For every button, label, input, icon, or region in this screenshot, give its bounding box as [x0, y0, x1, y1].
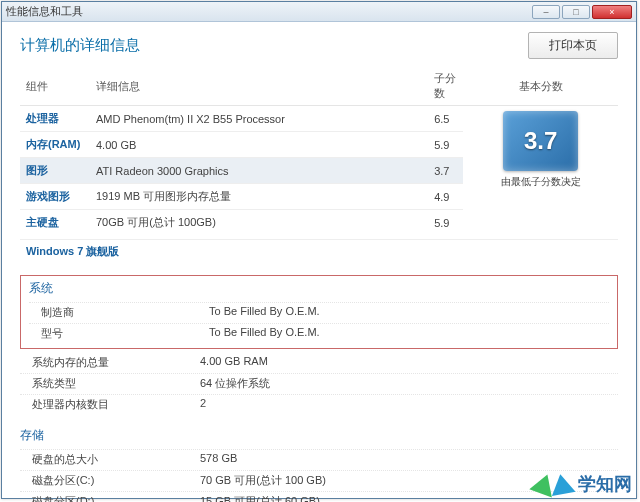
kv-val: 4.00 GB RAM: [200, 355, 618, 370]
kv-key: 型号: [29, 326, 209, 341]
system-section: 系统 制造商To Be Filled By O.E.M. 型号To Be Fil…: [20, 275, 618, 349]
kv-row: 系统内存的总量4.00 GB RAM: [20, 353, 618, 373]
maximize-button[interactable]: □: [562, 5, 590, 19]
col-subscore: 子分数: [428, 67, 463, 106]
kv-key: 处理器内核数目: [20, 397, 200, 412]
kv-val: 578 GB: [200, 452, 618, 467]
kv-val: To Be Filled By O.E.M.: [209, 326, 609, 341]
kv-val: 2: [200, 397, 618, 412]
base-score-caption: 由最低子分数决定: [469, 175, 612, 188]
watermark-logo: 学知网: [532, 472, 632, 496]
kv-val: 64 位操作系统: [200, 376, 618, 391]
comp-subscore: 4.9: [428, 184, 463, 210]
page-title: 计算机的详细信息: [20, 36, 528, 55]
comp-detail: 1919 MB 可用图形内存总量: [90, 184, 428, 210]
comp-subscore: 6.5: [428, 106, 463, 132]
col-component: 组件: [20, 67, 90, 106]
app-window: 性能信息和工具 – □ × 计算机的详细信息 打印本页 组件 详细信息 子分数 …: [1, 1, 637, 499]
logo-text: 学知网: [578, 472, 632, 496]
kv-key: 制造商: [29, 305, 209, 320]
minimize-button[interactable]: –: [532, 5, 560, 19]
comp-label: 主硬盘: [20, 210, 90, 236]
comp-label: 游戏图形: [20, 184, 90, 210]
wei-table: 组件 详细信息 子分数 基本分数 处理器 AMD Phenom(tm) II X…: [20, 67, 618, 235]
comp-detail: 4.00 GB: [90, 132, 428, 158]
system-extra: 系统内存的总量4.00 GB RAM 系统类型64 位操作系统 处理器内核数目2: [20, 353, 618, 415]
comp-subscore: 5.9: [428, 132, 463, 158]
titlebar[interactable]: 性能信息和工具 – □ ×: [2, 2, 636, 22]
comp-subscore: 5.9: [428, 210, 463, 236]
content-area: 计算机的详细信息 打印本页 组件 详细信息 子分数 基本分数 处理器 AMD P…: [2, 22, 636, 502]
comp-label: 处理器: [20, 106, 90, 132]
col-basescore: 基本分数: [463, 67, 618, 106]
kv-row: 磁盘分区(C:)70 GB 可用(总计 100 GB): [20, 470, 618, 491]
comp-detail: AMD Phenom(tm) II X2 B55 Processor: [90, 106, 428, 132]
kv-row: 硬盘的总大小578 GB: [20, 449, 618, 470]
comp-detail: ATI Radeon 3000 Graphics: [90, 158, 428, 184]
kv-key: 磁盘分区(C:): [20, 473, 200, 488]
col-detail: 详细信息: [90, 67, 428, 106]
base-score-cell: 3.7 由最低子分数决定: [463, 106, 618, 236]
base-score-badge: 3.7: [503, 111, 578, 171]
kv-row: 处理器内核数目2: [20, 394, 618, 415]
close-button[interactable]: ×: [592, 5, 632, 19]
kv-row: 磁盘分区(D:)15 GB 可用(总计 60 GB): [20, 491, 618, 502]
base-score-value: 3.7: [524, 127, 557, 155]
header-row: 计算机的详细信息 打印本页: [20, 32, 618, 59]
comp-subscore: 3.7: [428, 158, 463, 184]
kv-key: 硬盘的总大小: [20, 452, 200, 467]
table-row: 处理器 AMD Phenom(tm) II X2 B55 Processor 6…: [20, 106, 618, 132]
storage-section: 存储 硬盘的总大小578 GB 磁盘分区(C:)70 GB 可用(总计 100 …: [20, 427, 618, 502]
kv-row: 制造商To Be Filled By O.E.M.: [29, 302, 609, 323]
kv-row: 型号To Be Filled By O.E.M.: [29, 323, 609, 344]
storage-title: 存储: [20, 427, 618, 444]
kv-key: 磁盘分区(D:): [20, 494, 200, 502]
kv-key: 系统内存的总量: [20, 355, 200, 370]
print-button[interactable]: 打印本页: [528, 32, 618, 59]
window-title: 性能信息和工具: [6, 4, 530, 19]
os-label: Windows 7 旗舰版: [20, 239, 618, 263]
comp-detail: 70GB 可用(总计 100GB): [90, 210, 428, 236]
kv-row: 系统类型64 位操作系统: [20, 373, 618, 394]
system-title: 系统: [29, 280, 609, 297]
logo-shape-icon: [548, 472, 575, 496]
comp-label: 内存(RAM): [20, 132, 90, 158]
comp-label: 图形: [20, 158, 90, 184]
kv-key: 系统类型: [20, 376, 200, 391]
kv-val: To Be Filled By O.E.M.: [209, 305, 609, 320]
